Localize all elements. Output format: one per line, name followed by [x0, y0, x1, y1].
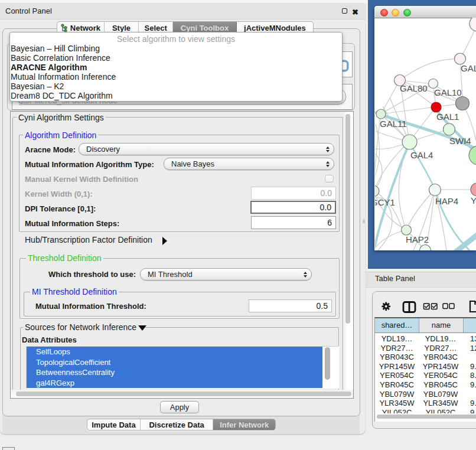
svg-text:GAL11: GAL11	[380, 119, 407, 129]
svg-text:GCY1: GCY1	[375, 197, 395, 207]
svg-text:HAP2: HAP2	[406, 234, 429, 244]
svg-text:GAL7: GAL7	[461, 63, 476, 73]
svg-text:GAL10: GAL10	[434, 87, 462, 97]
svg-text:HAP4: HAP4	[435, 196, 458, 206]
svg-text:SWI4: SWI4	[449, 136, 471, 146]
svg-text:GAL80: GAL80	[400, 83, 428, 93]
svg-text:GAL1: GAL1	[436, 112, 459, 122]
svg-text:YJR048W: YJR048W	[471, 195, 476, 206]
svg-text:GAL4: GAL4	[410, 150, 433, 160]
